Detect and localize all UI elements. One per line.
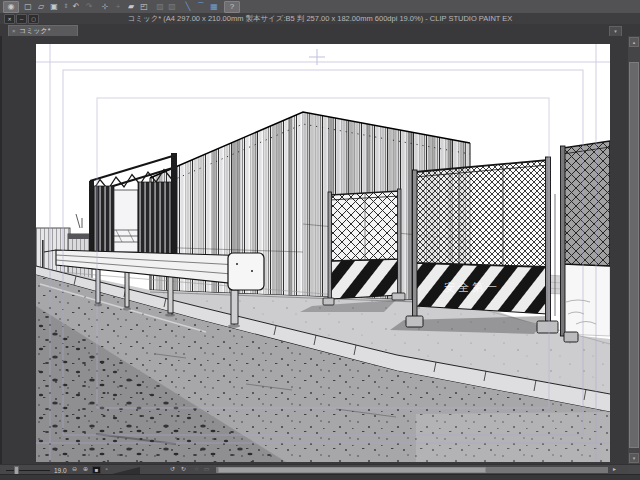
new-file-icon[interactable]: ▢ <box>22 1 34 12</box>
reset-view-icon[interactable]: ○ <box>192 466 201 474</box>
frame-icon[interactable]: ◰ <box>138 1 150 12</box>
undo-icon[interactable]: ↶ <box>70 1 82 12</box>
canvas-area[interactable]: 安全第一 <box>2 36 628 464</box>
redo-icon[interactable]: ↷ <box>83 1 95 12</box>
help-icon[interactable]: ? <box>224 1 240 13</box>
safety-sign-text: 安全第一 <box>444 281 500 293</box>
horizontal-scrollbar[interactable] <box>216 467 608 473</box>
document-title: コミック* (A4 297.00 x 210.00mm 製本サイズ:B5 判 2… <box>0 13 640 24</box>
snap-special-ruler-icon[interactable]: ⌒ <box>195 1 207 12</box>
center-crop-mark <box>309 49 325 65</box>
add-icon[interactable]: + <box>112 1 124 12</box>
zoom-out-icon[interactable]: ⊖ <box>70 466 79 474</box>
snap-ruler-icon[interactable]: ╲ <box>182 1 194 12</box>
zoom-slider[interactable] <box>6 470 50 471</box>
tab-label: コミック* <box>19 27 50 34</box>
tab-close-icon[interactable]: × <box>12 26 16 36</box>
canvas-page[interactable]: 安全第一 <box>36 44 610 462</box>
scroll-right-icon[interactable]: ▸ <box>610 466 619 474</box>
zoom-in-icon[interactable]: ⊕ <box>81 466 90 474</box>
fence-panel-c <box>561 141 611 342</box>
scroll-down-icon[interactable]: ▾ <box>629 453 639 463</box>
vertical-scrollbar-thumb[interactable] <box>629 62 639 448</box>
artwork-scene: 安全第一 <box>36 44 610 462</box>
zoom-100-icon[interactable]: ▫ <box>103 466 110 474</box>
rotate-right-icon[interactable]: ↻ <box>179 466 188 474</box>
horizontal-scrollbar-thumb[interactable] <box>218 467 486 473</box>
fit-screen-icon[interactable]: ■ <box>92 466 101 474</box>
move-icon[interactable]: ⊹ <box>99 1 111 12</box>
rotation-slider[interactable] <box>112 467 140 474</box>
snap-grid-icon[interactable]: ▦ <box>208 1 220 12</box>
window-bottom-edge <box>0 474 640 480</box>
open-file-icon[interactable]: ▱ <box>35 1 47 12</box>
disabled-icon-a: ▨ <box>154 1 166 12</box>
pen-icon[interactable]: ▰ <box>125 1 137 12</box>
flip-view-icon[interactable]: ▭ <box>202 466 211 474</box>
tab-comic[interactable]: × コミック* <box>8 25 78 36</box>
disabled-icon-b: ▧ <box>166 1 178 12</box>
rotate-left-icon[interactable]: ↺ <box>168 466 177 474</box>
main-toolbar: ◉ ▢ ▱ ▣ ⇕ ↶ ↷ ⊹ + ▰ ◰ ▨ ▧ ╲ ⌒ ▦ ? <box>0 0 640 14</box>
vertical-scrollbar[interactable]: ▴ ▾ <box>628 36 640 464</box>
scroll-up-icon[interactable]: ▴ <box>629 37 639 47</box>
canvas-tabbar: × コミック* ▾ <box>0 24 640 36</box>
eye-icon[interactable]: ◉ <box>3 1 19 13</box>
fence-panel-b: 安全第一 <box>390 157 558 334</box>
save-icon[interactable]: ▣ <box>48 1 60 12</box>
